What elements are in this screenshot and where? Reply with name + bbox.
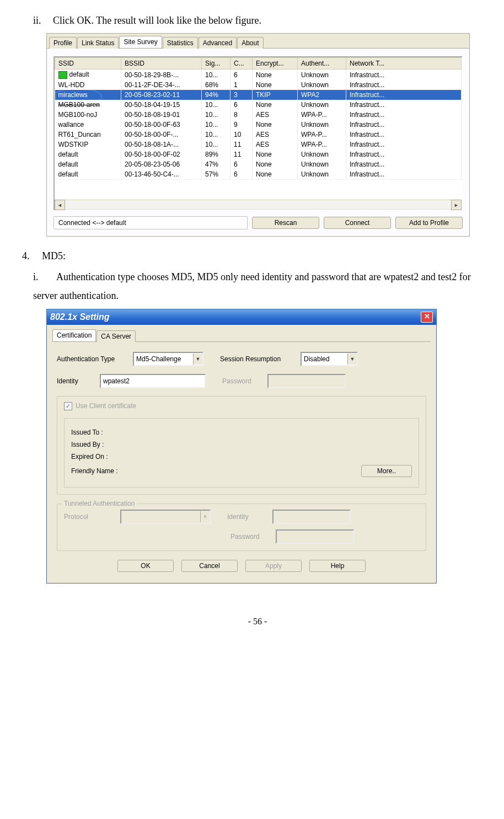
table-row[interactable]: WDSTKIP00-50-18-08-1A-...10...11AESWPA-P… [55, 140, 462, 149]
use-client-cert-label: Use Client certificate [76, 402, 136, 410]
step-i-text: Authentication type chooses MD5, MD5 onl… [33, 271, 471, 301]
col-signal[interactable]: Sig... [202, 58, 230, 69]
scroll-track[interactable] [65, 200, 451, 210]
password-label: Password [222, 377, 264, 385]
col-network-type[interactable]: Network T... [346, 58, 462, 69]
add-to-profile-button[interactable]: Add to Profile [395, 217, 463, 229]
auth-type-select[interactable]: Md5-Challenge▼ [133, 352, 203, 366]
tunnel-password-label: Password [230, 533, 272, 540]
col-bssid[interactable]: BSSID [121, 58, 202, 69]
scroll-right-icon[interactable]: ► [451, 200, 462, 210]
tunneled-auth-group: Tunneled Authentication Protocol ▼ Ident… [57, 504, 426, 551]
tab-profile[interactable]: Profile [49, 37, 77, 49]
page-number: - 56 - [22, 617, 493, 627]
step-ii-num: ii. [33, 11, 53, 30]
table-row[interactable]: default20-05-08-23-05-0647%6NoneUnknownI… [55, 159, 462, 169]
network-list[interactable]: SSID BSSID Sig... C... Encrypt... Authen… [53, 56, 463, 211]
ok-button[interactable]: OK [117, 560, 174, 572]
protocol-label: Protocol [64, 513, 117, 521]
horizontal-scrollbar[interactable]: ◄ ► [55, 200, 462, 210]
close-icon[interactable]: ✕ [421, 312, 433, 323]
auth-type-label: Authentication Type [57, 355, 130, 363]
tab-statistics[interactable]: Statistics [163, 37, 198, 49]
chevron-down-icon: ▼ [200, 511, 210, 522]
rescan-button[interactable]: Rescan [252, 217, 319, 229]
scroll-left-icon[interactable]: ◄ [55, 200, 65, 210]
tab-ca-server[interactable]: CA Server [96, 330, 136, 342]
col-authent[interactable]: Authent... [298, 58, 346, 69]
tab-link-status[interactable]: Link Status [77, 37, 119, 49]
col-ssid[interactable]: SSID [55, 58, 121, 69]
friendly-name-label: Friendly Name : [71, 467, 118, 475]
main-tabstrip: Profile Link Status Site Survey Statisti… [47, 34, 469, 49]
table-row[interactable]: WL-HDD00-11-2F-DE-34-...68%1NoneUnknownI… [55, 80, 462, 90]
tab-advanced[interactable]: Advanced [199, 37, 237, 49]
chevron-down-icon[interactable]: ▼ [347, 354, 357, 365]
table-row[interactable]: MGB100-aren00-50-18-04-19-1510...6NoneUn… [55, 100, 462, 110]
table-row[interactable]: RT61_Duncan00-50-18-00-0F-...10...10AESW… [55, 130, 462, 140]
dialog-titlebar[interactable]: 802.1x Setting ✕ [47, 309, 436, 325]
site-survey-panel: Profile Link Status Site Survey Statisti… [46, 33, 470, 237]
chevron-down-icon[interactable]: ▼ [193, 354, 202, 365]
expired-on-label: Expired On : [71, 453, 412, 461]
session-resumption-select[interactable]: Disabled▼ [301, 352, 358, 366]
step-ii-text: Click OK. The result will look like the … [53, 15, 261, 26]
identity-field[interactable]: wpatest2 [100, 374, 206, 388]
issued-to-label: Issued To : [71, 429, 412, 436]
tunneled-auth-legend: Tunneled Authentication [62, 500, 137, 507]
step4-num: 4. [22, 247, 42, 265]
table-row[interactable]: default00-50-18-00-0F-0289%11NoneUnknown… [55, 149, 462, 159]
8021x-setting-dialog: 802.1x Setting ✕ Certification CA Server… [46, 309, 437, 584]
table-header: SSID BSSID Sig... C... Encrypt... Authen… [55, 58, 462, 69]
session-resumption-label: Session Resumption [220, 355, 297, 363]
password-field [267, 374, 346, 388]
tab-site-survey[interactable]: Site Survey [119, 36, 162, 48]
tunnel-identity-label: Identity [227, 513, 269, 521]
table-row[interactable]: default00-50-18-29-8B-...10...6NoneUnkno… [55, 69, 462, 80]
tunnel-password-field [276, 529, 354, 544]
help-button[interactable]: Help [309, 560, 366, 572]
use-client-cert-checkbox: ✓ [64, 402, 72, 410]
col-channel[interactable]: C... [230, 58, 253, 69]
table-row[interactable]: MGB100-noJ00-50-18-08-19-0110...8AESWPA-… [55, 110, 462, 120]
col-encrypt[interactable]: Encrypt... [253, 58, 298, 69]
connected-icon [58, 71, 67, 79]
issued-by-label: Issued By : [71, 441, 412, 448]
protocol-select: ▼ [120, 510, 211, 524]
tunnel-identity-field [272, 510, 351, 524]
table-row[interactable]: wallance00-50-18-00-0F-6310...9NoneUnkno… [55, 120, 462, 130]
apply-button: Apply [245, 560, 302, 572]
connect-button[interactable]: Connect [324, 217, 391, 229]
dialog-title: 802.1x Setting [50, 312, 110, 322]
table-row[interactable]: miraclews20-05-08-23-02-1194%3TKIPWPA2In… [55, 90, 462, 100]
more-button[interactable]: More.. [361, 465, 412, 477]
tab-about[interactable]: About [237, 37, 263, 49]
connection-status: Connected <--> default [53, 216, 248, 229]
tab-certification[interactable]: Certification [52, 329, 96, 341]
client-cert-group: ✓Use Client certificate Issued To : Issu… [57, 396, 426, 495]
table-row[interactable]: default00-13-46-50-C4-...57%6NoneUnknown… [55, 169, 462, 179]
cancel-button[interactable]: Cancel [181, 560, 238, 572]
identity-label: Identity [57, 377, 96, 385]
step-i-num: i. [33, 267, 56, 286]
step4-label: MD5: [42, 250, 66, 261]
